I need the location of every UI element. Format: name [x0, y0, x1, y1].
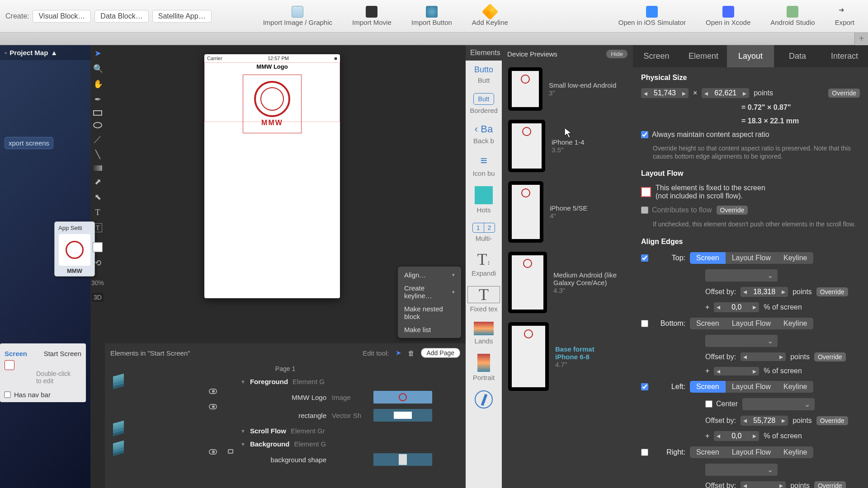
align-top-checkbox[interactable] — [641, 254, 648, 262]
align-seg-keyline[interactable]: Keyline — [777, 446, 813, 458]
page-tab[interactable]: Page 1 — [105, 362, 466, 375]
rectangle-tool[interactable] — [93, 110, 102, 116]
line-tool[interactable]: ╲ — [93, 150, 102, 159]
override-bottom-button[interactable]: Override — [814, 352, 846, 361]
tab-element[interactable]: Element — [680, 45, 727, 67]
pen-tool[interactable]: ✒ — [93, 95, 102, 104]
device-preview-row[interactable]: iPhone 5/SE 4" — [502, 177, 633, 247]
tab-layout[interactable]: Layout — [727, 45, 774, 67]
aspect-ratio-checkbox[interactable] — [641, 131, 648, 138]
import-button-button[interactable]: Import Button — [403, 5, 460, 27]
contributes-flow-checkbox[interactable] — [641, 206, 648, 214]
create-visual-block-button[interactable]: Visual Block… — [33, 10, 91, 23]
open-ios-simulator-button[interactable]: Open in iOS Simulator — [610, 5, 694, 27]
palette-multi-button[interactable]: 12 Multi- — [466, 218, 502, 247]
center-checkbox[interactable] — [705, 400, 712, 408]
color-swatch[interactable] — [93, 242, 103, 252]
align-seg-layout-flow[interactable]: Layout Flow — [726, 252, 777, 264]
three-d-toggle[interactable]: 3D — [92, 293, 104, 302]
add-keyline-button[interactable]: Add Keyline — [464, 5, 516, 27]
export-screens-button[interactable]: xport screens — [5, 137, 53, 149]
device-preview-row[interactable]: Medium Android (like Galaxy Core/Ace) 4.… — [502, 247, 633, 318]
layer-group[interactable]: ▼Scroll FlowElement Gr — [241, 424, 466, 437]
create-satellite-app-button[interactable]: Satellite App… — [152, 10, 212, 23]
width-stepper[interactable]: ◂51,743▸ — [641, 88, 689, 98]
export-button[interactable]: ➔Export — [827, 5, 863, 27]
align-seg-keyline[interactable]: Keyline — [777, 252, 813, 264]
oval-tool[interactable] — [93, 122, 102, 128]
offset-left-stepper[interactable]: ◂55,728▸ — [741, 416, 788, 426]
node-tool[interactable]: ⬉ — [93, 192, 102, 202]
pointer-tool[interactable]: ➤ — [93, 49, 102, 58]
device-preview-row[interactable]: Base format iPhone 6-8 4.7" — [502, 318, 633, 395]
align-seg-screen[interactable]: Screen — [690, 252, 726, 264]
layer-group[interactable]: ▼BackgroundElement G — [241, 437, 466, 450]
align-seg-keyline[interactable]: Keyline — [777, 318, 813, 329]
gradient-tool[interactable] — [93, 165, 102, 171]
palette-expanding-text[interactable]: T↕ Expandi — [466, 247, 502, 282]
import-image-button[interactable]: Import Image / Graphic — [255, 5, 340, 27]
override-right-button[interactable]: Override — [814, 481, 846, 488]
offset-pct-bottom-stepper[interactable]: ◂▸ — [714, 367, 759, 375]
tab-interact[interactable]: Interact — [821, 45, 868, 67]
height-stepper[interactable]: ◂62,621▸ — [702, 88, 749, 98]
offset-pct-top-stepper[interactable]: ◂0,0▸ — [714, 302, 759, 312]
align-seg-keyline[interactable]: Keyline — [777, 381, 813, 393]
align-seg-screen[interactable]: Screen — [690, 446, 726, 458]
device-frame[interactable]: Carrier 12:57 PM ■ MMW Logo MMW — [204, 54, 340, 298]
palette-bordered-button[interactable]: Butt Bordered — [466, 89, 502, 119]
keyline-select[interactable]: ⌄ — [705, 335, 778, 347]
palette-landscape-image[interactable]: Lands — [466, 317, 502, 349]
android-studio-button[interactable]: Android Studio — [762, 5, 823, 27]
palette-fixed-text[interactable]: T Fixed tex — [466, 282, 502, 317]
align-menu-item[interactable]: Align…▾ — [398, 268, 461, 282]
device-preview-row[interactable]: Small low-end Android 3" — [502, 63, 633, 115]
make-list-menu-item[interactable]: Make list — [398, 323, 461, 336]
tab-screen[interactable]: Screen — [633, 45, 680, 67]
center-select[interactable]: ⌄ — [742, 398, 815, 410]
override-flow-button[interactable]: Override — [717, 206, 748, 215]
align-seg-layout-flow[interactable]: Layout Flow — [726, 446, 777, 458]
align-seg-layout-flow[interactable]: Layout Flow — [726, 318, 777, 329]
edit-tool-trash-icon[interactable]: 🗑 — [408, 349, 415, 357]
offset-pct-left-stepper[interactable]: ◂0,0▸ — [714, 431, 759, 441]
canvas[interactable]: Carrier 12:57 PM ■ MMW Logo MMW Align…▾ … — [105, 45, 466, 488]
layer-group[interactable]: ▼ForegroundElement G — [241, 375, 466, 388]
device-preview-row[interactable]: iPhone 1-4 3.5" — [502, 115, 633, 177]
brush-tool[interactable]: ／ — [93, 135, 102, 144]
hide-previews-button[interactable]: Hide — [606, 50, 627, 58]
visibility-toggle[interactable] — [209, 389, 217, 394]
open-xcode-button[interactable]: Open in Xcode — [698, 5, 759, 27]
hand-tool[interactable]: ✋ — [93, 80, 102, 89]
layer-item-mmw-logo[interactable]: MMW LogoImage — [241, 388, 466, 406]
layer-item-background-shape[interactable]: background shape — [241, 450, 466, 469]
palette-icon-button[interactable]: ≡ Icon bu — [466, 149, 502, 182]
palette-compass[interactable] — [466, 386, 502, 413]
layer-item-rectangle[interactable]: rectangleVector Sh — [241, 406, 466, 424]
project-map-header[interactable]: ◦Project Map ▲ — [0, 45, 90, 60]
palette-button-section[interactable]: Butto Butt — [466, 61, 502, 89]
align-right-checkbox[interactable] — [641, 449, 648, 456]
import-movie-button[interactable]: Import Movie — [344, 5, 400, 27]
keyline-select[interactable]: ⌄ — [705, 464, 778, 476]
stack-icon[interactable] — [113, 374, 124, 384]
override-physical-button[interactable]: Override — [828, 89, 860, 98]
palette-portrait-image[interactable]: Portrait — [466, 349, 502, 386]
offset-right-stepper[interactable]: ◂▸ — [741, 481, 786, 488]
align-left-checkbox[interactable] — [641, 383, 648, 390]
align-seg-screen[interactable]: Screen — [690, 318, 726, 329]
palette-hotspot[interactable]: Hots — [466, 182, 502, 218]
align-seg-screen[interactable]: Screen — [690, 381, 726, 393]
tab-data[interactable]: Data — [774, 45, 821, 67]
add-tab-button[interactable]: + — [854, 33, 868, 45]
visibility-toggle[interactable] — [209, 404, 217, 409]
keyline-select[interactable]: ⌄ — [705, 269, 778, 282]
palette-back-button[interactable]: ‹ Ba Back b — [466, 119, 502, 149]
stack-icon[interactable] — [113, 441, 124, 450]
edit-tool-pointer[interactable]: ➤ — [396, 349, 401, 357]
stack-icon[interactable] — [113, 421, 124, 431]
project-thumb-card[interactable]: App Setti MMW — [54, 221, 95, 277]
offset-top-stepper[interactable]: ◂18,318▸ — [741, 287, 788, 297]
lock-toggle[interactable] — [228, 449, 233, 454]
override-left-button[interactable]: Override — [816, 416, 848, 425]
